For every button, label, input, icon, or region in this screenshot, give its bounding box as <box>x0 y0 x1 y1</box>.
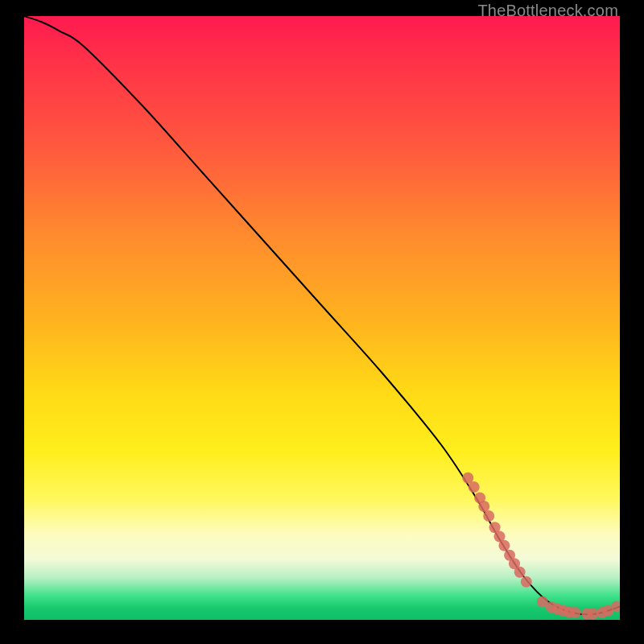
highlight-point <box>498 540 510 551</box>
highlight-points <box>462 473 620 620</box>
highlight-point <box>570 607 581 618</box>
curve-svg <box>24 16 620 620</box>
highlight-point <box>478 501 489 512</box>
highlight-point <box>483 510 494 522</box>
highlight-point <box>469 481 480 493</box>
highlight-point <box>514 567 526 578</box>
bottleneck-curve <box>24 16 620 614</box>
chart-frame: TheBottleneck.com <box>0 0 644 644</box>
plot-area <box>24 16 620 620</box>
highlight-point <box>521 576 532 588</box>
